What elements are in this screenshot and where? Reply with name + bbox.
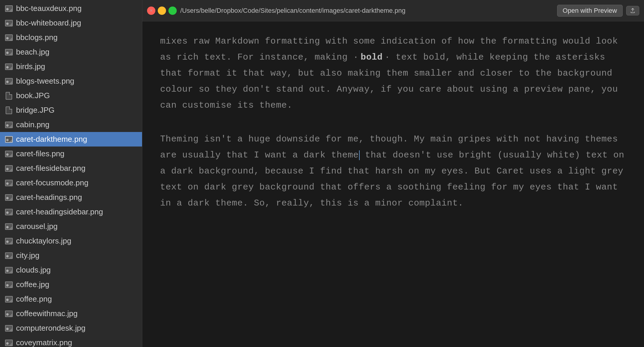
file-name: coveymatrix.png [16, 337, 72, 347]
minimize-button[interactable] [158, 7, 166, 15]
list-item[interactable]: bbc-teauxdeux.png [0, 1, 142, 16]
list-item[interactable]: cabin.png [0, 117, 142, 132]
image-file-icon [5, 122, 13, 128]
image-file-icon [5, 296, 13, 303]
image-file-icon [5, 34, 13, 41]
file-name: computerondesk.jpg [16, 322, 85, 334]
list-item[interactable]: city.jpg [0, 248, 142, 263]
expand-button[interactable] [168, 7, 177, 15]
generic-file-icon [6, 92, 12, 100]
image-file-icon [5, 194, 13, 201]
image-file-icon [5, 78, 13, 85]
file-name: book.JPG [16, 90, 50, 101]
file-name: caret-focusmode.png [16, 177, 88, 189]
image-file-icon [5, 311, 13, 317]
list-item[interactable]: coffeewithmac.jpg [0, 306, 142, 321]
file-name: coffee.png [16, 293, 52, 305]
list-item[interactable]: chucktaylors.jpg [0, 234, 142, 248]
file-name: bbclogs.png [16, 32, 58, 43]
file-sidebar: bbc-teauxdeux.pngbbc-whiteboard.jpgbbclo… [0, 0, 142, 347]
content-area: × /Users/belle/Dropbox/Code/Sites/pelica… [142, 0, 644, 347]
image-file-icon [5, 49, 13, 55]
file-name: blogs-tweets.png [16, 75, 74, 87]
file-name: caret-filesidebar.png [16, 163, 85, 174]
list-item[interactable]: bbclogs.png [0, 30, 142, 45]
image-file-icon [5, 136, 13, 143]
image-file-icon [5, 325, 13, 332]
file-name: caret-headingsidebar.png [16, 206, 103, 218]
list-item[interactable]: caret-darktheme.png [0, 132, 142, 147]
image-file-icon [5, 223, 13, 230]
list-item[interactable]: beach.jpg [0, 45, 142, 59]
image-file-icon [5, 5, 13, 12]
image-file-icon [5, 252, 13, 259]
file-path: /Users/belle/Dropbox/Code/Sites/pelican/… [180, 7, 554, 15]
image-file-icon [5, 238, 13, 244]
list-item[interactable]: clouds.jpg [0, 263, 142, 277]
list-item[interactable]: carousel.jpg [0, 219, 142, 234]
file-name: caret-darktheme.png [16, 133, 87, 145]
list-item[interactable]: caret-headings.png [0, 190, 142, 205]
window-controls: × [147, 7, 177, 15]
file-name: caret-headings.png [16, 192, 82, 203]
file-name: coffeewithmac.jpg [16, 308, 78, 319]
image-file-icon [5, 281, 13, 288]
list-item[interactable]: blogs-tweets.png [0, 74, 142, 88]
file-name: clouds.jpg [16, 264, 51, 276]
file-name: coffee.jpg [16, 279, 49, 290]
image-file-icon [5, 340, 13, 346]
list-item[interactable]: caret-filesidebar.png [0, 161, 142, 176]
share-button[interactable] [626, 6, 639, 15]
list-item[interactable]: bbc-whiteboard.jpg [0, 16, 142, 30]
image-file-icon [5, 209, 13, 215]
image-file-icon [5, 180, 13, 186]
file-name: cabin.png [16, 119, 50, 130]
paragraph-1: mixes raw Markdown formatting with some … [160, 33, 626, 113]
list-item[interactable]: birds.jpg [0, 59, 142, 74]
open-preview-button[interactable]: Open with Preview [557, 5, 623, 17]
file-name: caret-files.png [16, 148, 64, 160]
paragraph-2: Theming isn't a huge downside for me, th… [160, 131, 626, 211]
list-item[interactable]: coveymatrix.png [0, 335, 142, 347]
list-item[interactable]: bridge.JPG [0, 103, 142, 117]
image-file-icon [5, 151, 13, 157]
generic-file-icon [6, 106, 12, 114]
file-name: beach.jpg [16, 46, 50, 58]
image-file-icon [5, 20, 13, 26]
file-name: carousel.jpg [16, 221, 58, 232]
file-name: bbc-teauxdeux.png [16, 3, 82, 14]
image-file-icon [5, 63, 13, 70]
list-item[interactable]: coffee.png [0, 292, 142, 306]
list-item[interactable]: book.JPG [0, 88, 142, 103]
file-name: chucktaylors.jpg [16, 235, 71, 247]
list-item[interactable]: caret-files.png [0, 147, 142, 161]
file-name: birds.jpg [16, 61, 45, 72]
file-name: city.jpg [16, 250, 39, 261]
text-content-area: mixes raw Markdown formatting with some … [142, 21, 644, 347]
share-icon [630, 8, 635, 13]
address-bar: × /Users/belle/Dropbox/Code/Sites/pelica… [142, 0, 644, 21]
list-item[interactable]: computerondesk.jpg [0, 321, 142, 335]
close-button[interactable]: × [147, 7, 155, 15]
list-item[interactable]: caret-focusmode.png [0, 176, 142, 190]
image-file-icon [5, 165, 13, 172]
file-name: bridge.JPG [16, 104, 55, 116]
image-file-icon [5, 267, 13, 273]
list-item[interactable]: caret-headingsidebar.png [0, 205, 142, 219]
file-name: bbc-whiteboard.jpg [16, 17, 81, 29]
list-item[interactable]: coffee.jpg [0, 277, 142, 292]
